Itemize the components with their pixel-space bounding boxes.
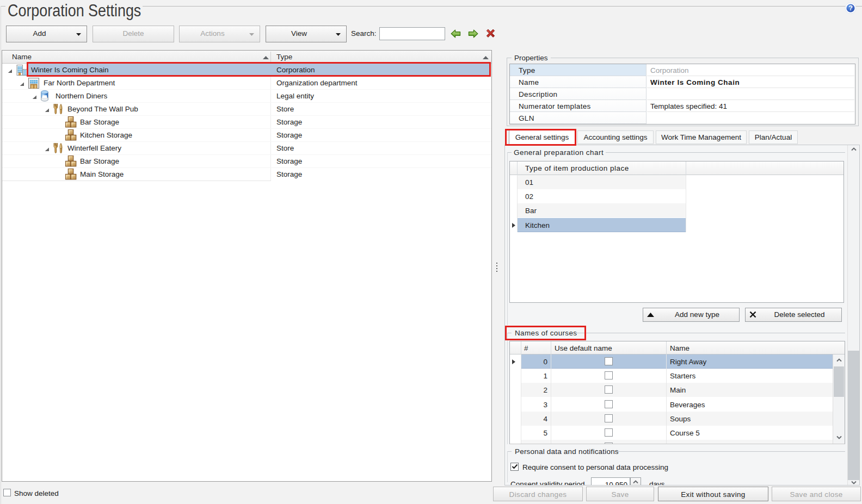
svg-text:?: ?	[848, 4, 853, 12]
